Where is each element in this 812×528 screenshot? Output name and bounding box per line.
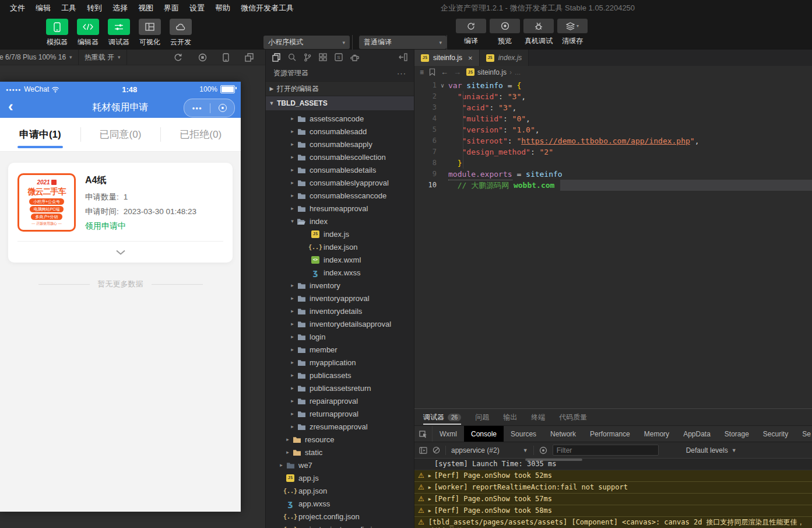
devtools-tab-Wxml[interactable]: Wxml <box>433 426 464 442</box>
tree-folder-hresumeapproval[interactable]: ▸hresumeapproval <box>266 202 414 215</box>
menu-item-6[interactable]: 界面 <box>159 0 184 16</box>
panel-tab-代码质量[interactable]: 代码质量 <box>559 409 587 425</box>
tree-folder-assetsscancode[interactable]: ▸assetsscancode <box>266 112 414 125</box>
console-warn-row[interactable]: ⚠[tbld_assets/pages/assets/assets] [Comp… <box>414 517 812 528</box>
expand-card-button[interactable] <box>17 241 223 263</box>
devtools-tab-Sources[interactable]: Sources <box>504 426 543 442</box>
tree-folder-login[interactable]: ▸login <box>266 330 414 343</box>
bookmark-icon[interactable] <box>429 68 435 76</box>
menu-item-0[interactable]: 文件 <box>5 0 30 16</box>
tree-folder-consumablesscancode[interactable]: ▸consumablesscancode <box>266 189 414 202</box>
toolbar-button-sliders[interactable]: 调试器 <box>106 19 132 47</box>
editor-tab-index.js[interactable]: JSindex.js <box>480 50 529 66</box>
tree-folder-zresumeapproval[interactable]: ▸zresumeapproval <box>266 420 414 433</box>
editor-tab-siteinfo.js[interactable]: JSsiteinfo.js× <box>414 50 480 66</box>
phone-tab-0[interactable]: 申请中(1) <box>0 118 80 151</box>
section-open-editors[interactable]: ▶ 打开的编辑器 <box>266 81 414 96</box>
panel-tab-问题[interactable]: 问题 <box>475 409 489 425</box>
tree-folder-member[interactable]: ▸member <box>266 343 414 356</box>
tree-folder-inventorydetails[interactable]: ▸inventorydetails <box>266 305 414 317</box>
windows-icon[interactable] <box>245 53 254 62</box>
tree-file-app.wxss[interactable]: ʒapp.wxss <box>266 497 414 510</box>
tree-file-app.json[interactable]: {..}app.json <box>266 484 414 497</box>
action-button-layers[interactable]: ▾清缓存 <box>557 19 588 46</box>
branch-icon[interactable] <box>304 53 311 62</box>
action-button-bug[interactable]: 真机调试 <box>523 19 554 46</box>
close-circle-icon[interactable] <box>219 104 227 112</box>
tree-file-index.json[interactable]: {..}index.json <box>266 240 414 253</box>
action-button-refresh[interactable]: 编译 <box>456 19 486 46</box>
tree-file-index.js[interactable]: JSindex.js <box>266 228 414 240</box>
application-card[interactable]: 2021 微云二手车 小程序+公众号电脑网站PC端多商户+分销 — 正版使用放心… <box>8 163 233 263</box>
device-select[interactable]: e 6/7/8 Plus 100% 16 ▾ <box>0 50 79 65</box>
toolbar-button-layout[interactable]: 可视化 <box>137 19 163 47</box>
compile-select[interactable]: 普通编译 ▾ <box>359 36 447 49</box>
console-warn-row[interactable]: ⚠▶[Perf] Page.onShow took 58ms <box>414 505 812 517</box>
collapse-icon[interactable] <box>399 53 407 61</box>
tree-folder-publicassetsreturn[interactable]: ▸publicassetsreturn <box>266 382 414 394</box>
menu-item-7[interactable]: 设置 <box>184 0 210 16</box>
console-warn-row[interactable]: ⚠▶[Perf] Page.onShow took 52ms <box>414 470 812 482</box>
tree-folder-inventoryapproval[interactable]: ▸inventoryapproval <box>266 292 414 305</box>
context-select[interactable]: appservice (#2) ▼ <box>451 446 528 454</box>
tree-folder-consumableslyapproval[interactable]: ▸consumableslyapproval <box>266 176 414 189</box>
search-icon[interactable] <box>288 53 296 61</box>
filter-input[interactable] <box>553 445 659 456</box>
menu-item-3[interactable]: 转到 <box>82 0 107 16</box>
expand-arrow-icon[interactable]: ▶ <box>428 495 431 503</box>
toolbar-button-code[interactable]: 编辑器 <box>75 19 101 47</box>
devtools-tab-AppData[interactable]: AppData <box>676 426 718 442</box>
console-warn-row[interactable]: ⚠▶[worker] reportRealtimeAction:fail not… <box>414 482 812 494</box>
close-icon[interactable]: × <box>468 54 473 62</box>
action-button-eye[interactable]: 预览 <box>490 19 520 46</box>
capsule-menu[interactable]: ●●● <box>184 99 235 117</box>
files-icon[interactable] <box>272 53 280 62</box>
record-icon[interactable] <box>198 53 207 62</box>
tree-file-index.wxml[interactable]: <>index.wxml <box>266 253 414 266</box>
tree-folder-inventory[interactable]: ▸inventory <box>266 279 414 292</box>
toolbar-button-cloud[interactable]: 云开发 <box>168 19 194 47</box>
explorer-menu-button[interactable]: ··· <box>397 69 406 78</box>
nav-forward-icon[interactable]: → <box>454 68 461 76</box>
tree-file-project.private.config.json[interactable]: {..}project.private.config.json <box>266 523 414 528</box>
panel-tab-终端[interactable]: 终端 <box>531 409 545 425</box>
devtools-tab-Memory[interactable]: Memory <box>637 426 676 442</box>
nav-back-icon[interactable]: ← <box>441 68 448 76</box>
menu-item-5[interactable]: 视图 <box>133 0 159 16</box>
pot-icon[interactable] <box>350 54 359 61</box>
menu-item-2[interactable]: 工具 <box>56 0 82 16</box>
menu-item-4[interactable]: 选择 <box>107 0 133 16</box>
tree-folder-consumablesadd[interactable]: ▸consumablesadd <box>266 125 414 138</box>
tree-file-project.config.json[interactable]: {..}project.config.json <box>266 510 414 523</box>
devtools-tab-Network[interactable]: Network <box>543 426 583 442</box>
tree-file-index.wxss[interactable]: ʒindex.wxss <box>266 266 414 279</box>
inspect-element-icon[interactable] <box>414 426 433 442</box>
sbox-icon[interactable]: S <box>335 53 343 61</box>
devtools-tab-Security[interactable]: Security <box>756 426 795 442</box>
phone-tab-2[interactable]: 已拒绝(0) <box>160 118 241 151</box>
hot-reload-toggle[interactable]: 热重载 开 ▾ <box>79 50 127 65</box>
tree-folder-consumablesapply[interactable]: ▸consumablesapply <box>266 138 414 151</box>
expand-arrow-icon[interactable]: ▶ <box>428 483 431 492</box>
tree-folder-inventorydetailsapproval[interactable]: ▸inventorydetailsapproval <box>266 317 414 330</box>
devtools-tab-Storage[interactable]: Storage <box>718 426 756 442</box>
phone-tab-1[interactable]: 已同意(0) <box>80 118 161 151</box>
expand-arrow-icon[interactable]: ▶ <box>428 471 431 480</box>
eye-icon[interactable] <box>539 446 547 454</box>
clear-console-icon[interactable] <box>433 446 440 454</box>
tree-folder-returnapproval[interactable]: ▸returnapproval <box>266 407 414 420</box>
devtools-tab-Se[interactable]: Se <box>795 426 812 442</box>
expand-panel-icon[interactable] <box>419 447 427 454</box>
devtools-tab-Console[interactable]: Console <box>464 426 504 442</box>
grid-icon[interactable] <box>319 53 327 61</box>
log-levels-select[interactable]: Default levels ▼ <box>686 446 737 454</box>
rotate-icon[interactable] <box>174 53 182 62</box>
tree-folder-resource[interactable]: ▸resource <box>266 433 414 446</box>
mode-select[interactable]: 小程序模式 ▾ <box>263 36 350 49</box>
tree-folder-myapplication[interactable]: ▸myapplication <box>266 356 414 369</box>
section-project-root[interactable]: ▼ TBLD_ASSETS <box>266 96 414 110</box>
menu-item-8[interactable]: 帮助 <box>210 0 235 16</box>
tree-folder-consumablesdetails[interactable]: ▸consumablesdetails <box>266 163 414 176</box>
tree-file-app.js[interactable]: JSapp.js <box>266 471 414 484</box>
panel-tab-输出[interactable]: 输出 <box>503 409 517 425</box>
